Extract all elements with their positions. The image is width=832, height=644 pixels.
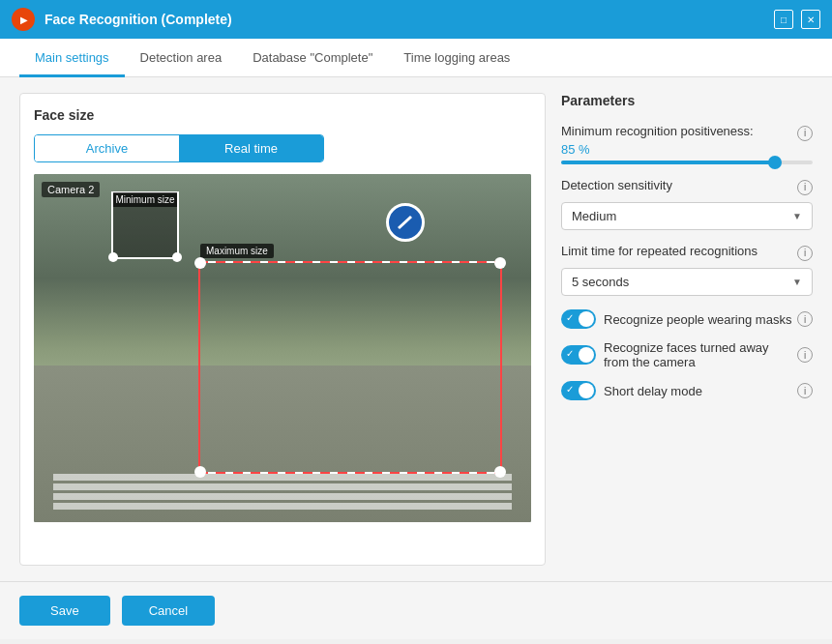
max-size-box[interactable]: Maximum size [198,261,502,474]
chevron-down-icon-2: ▼ [792,277,802,287]
chevron-down-icon: ▼ [792,211,802,221]
min-recognition-slider[interactable] [561,161,813,164]
titlebar: Face Recognition (Complete) □ ✕ [0,0,832,39]
parameters-panel: Parameters Minimum recognition positiven… [561,93,813,566]
masks-toggle-switch[interactable]: ✓ [561,309,596,329]
faces-away-toggle-row: ✓ Recognize faces turned away from the c… [561,340,813,369]
save-button[interactable]: Save [19,596,110,626]
slider-fill [561,161,775,164]
parameters-title: Parameters [561,93,813,108]
camera-label: Camera 2 [42,182,100,197]
tab-bar: Main settings Detection area Database "C… [0,39,832,77]
window-title: Face Recognition (Complete) [45,12,774,27]
faces-away-toggle-label: Recognize faces turned away from the cam… [604,340,793,369]
short-delay-toggle-row: ✓ Short delay mode i [561,381,813,400]
main-content: Face size Archive Real time Camera 2 Min… [0,77,832,581]
faces-away-info-icon[interactable]: i [797,347,813,363]
archive-realtime-toggle: Archive Real time [34,134,324,162]
close-button[interactable]: ✕ [801,10,820,29]
min-recognition-info-icon[interactable]: i [797,126,813,141]
face-size-panel: Face size Archive Real time Camera 2 Min… [19,93,546,566]
camera-view: Camera 2 Minimum size Maximum size [34,174,531,522]
min-size-handle-br[interactable] [172,252,182,262]
detection-sensitivity-select[interactable]: Medium ▼ [561,202,813,230]
tab-time-logging[interactable]: Time logging areas [388,39,525,77]
max-handle-bl[interactable] [194,466,206,478]
cancel-button[interactable]: Cancel [122,596,215,626]
crosswalk [34,474,531,512]
detection-sensitivity-label: Detection sensitivity [561,178,672,192]
detection-sensitivity-info-icon[interactable]: i [797,180,813,195]
check-icon-3: ✓ [566,384,574,395]
min-size-handle-bl[interactable] [108,252,118,262]
min-size-box[interactable]: Minimum size [111,191,179,259]
detection-sensitivity-value: Medium [572,209,616,223]
detection-sensitivity-param: Detection sensitivity i Medium ▼ [561,178,813,230]
tab-detection-area[interactable]: Detection area [125,39,238,77]
slider-thumb[interactable] [768,156,782,169]
min-recognition-value: 85 % [561,142,813,157]
max-handle-tl[interactable] [194,257,206,269]
minimize-button[interactable]: □ [774,10,793,29]
limit-time-info-icon[interactable]: i [797,246,813,261]
archive-toggle-btn[interactable]: Archive [35,135,179,161]
short-delay-toggle-label: Short delay mode [604,384,793,398]
window-controls: □ ✕ [774,10,820,29]
limit-time-param: Limit time for repeated recognitions i 5… [561,244,813,296]
short-delay-info-icon[interactable]: i [797,383,813,398]
tab-database[interactable]: Database "Complete" [237,39,388,77]
masks-toggle-label: Recognize people wearing masks [604,312,793,327]
max-handle-br[interactable] [494,466,506,478]
masks-toggle-row: ✓ Recognize people wearing masks i [561,309,813,329]
face-size-title: Face size [34,107,531,123]
faces-away-toggle-switch[interactable]: ✓ [561,345,596,365]
app-icon [12,8,35,31]
limit-time-value: 5 seconds [572,275,629,289]
max-size-label: Maximum size [200,244,274,258]
slider-track [561,161,813,164]
min-recognition-label: Minimum recognition positiveness: [561,124,754,138]
short-delay-toggle-switch[interactable]: ✓ [561,381,596,400]
road-sign [386,203,425,242]
min-recognition-param: Minimum recognition positiveness: i 85 % [561,124,813,164]
check-icon-1: ✓ [566,312,574,323]
realtime-toggle-btn[interactable]: Real time [179,135,323,161]
min-size-label: Minimum size [113,192,177,207]
footer: Save Cancel [0,581,832,639]
tab-main-settings[interactable]: Main settings [19,39,125,77]
limit-time-label: Limit time for repeated recognitions [561,244,758,258]
masks-info-icon[interactable]: i [797,311,813,327]
limit-time-select[interactable]: 5 seconds ▼ [561,268,813,296]
check-icon-2: ✓ [566,348,574,359]
max-handle-tr[interactable] [494,257,506,269]
